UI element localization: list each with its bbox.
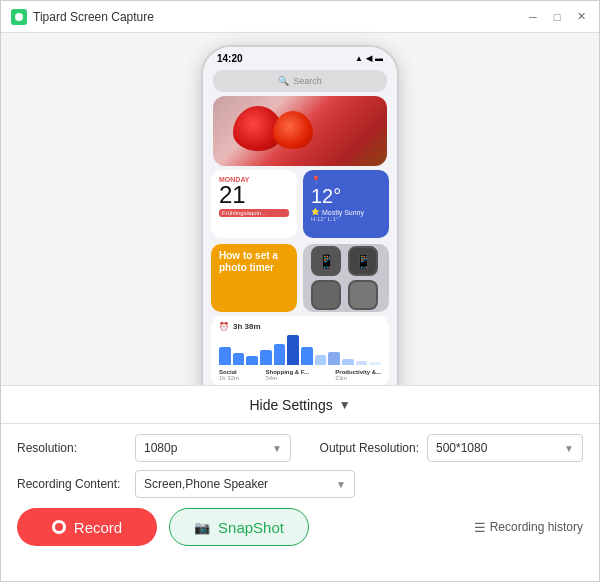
recording-history-label: Recording history [490,520,583,534]
app-icon [11,9,27,25]
search-icon: 🔍 [278,76,289,86]
phone-status-bar: 14:20 ▲ ◀ ▬ [203,47,397,66]
bar-6 [287,335,299,365]
minimize-button[interactable]: ─ [525,9,541,25]
recording-content-chevron-icon: ▼ [336,479,346,490]
screentime-label-2: Shopping & F... 54m [266,369,309,381]
screentime-widget: ⏰ 3h 38m [211,316,389,386]
status-time: 14:20 [217,53,243,64]
bar-2 [233,353,245,365]
search-text: Search [293,76,322,86]
screentime-bars [219,335,381,367]
how-to-title: How to set a photo timer [219,250,289,274]
bar-9 [328,352,340,366]
weather-hi-lo: H:12° L:1° [311,216,381,222]
bar-1 [219,347,231,365]
hero-image [213,96,387,166]
snapshot-button[interactable]: 📷 SnapShot [169,508,309,546]
bar-4 [260,350,272,365]
bar-10 [342,359,354,365]
wifi-icon: ◀ [366,54,372,63]
battery-icon: ▬ [375,54,383,63]
recording-content-label: Recording Content: [17,477,127,491]
bar-5 [274,344,286,365]
app-icon-1: 📱 [311,246,341,276]
settings-row-2: Recording Content: Screen,Phone Speaker … [17,470,583,498]
bar-11 [356,361,368,366]
status-icons: ▲ ◀ ▬ [355,54,383,63]
icons-widget: 📱 📱 [303,244,389,312]
app-icon-2: 📱 [348,246,378,276]
settings-panel: Resolution: 1080p ▼ Output Resolution: 5… [1,423,599,582]
record-dot-icon [52,520,66,534]
output-resolution-label: Output Resolution: [299,441,419,455]
list-icon: ☰ [474,520,486,535]
maximize-button[interactable]: □ [549,9,565,25]
app-icon-3 [311,280,341,310]
app-title: Tipard Screen Capture [33,10,525,24]
bar-8 [315,355,327,366]
hide-settings-label: Hide Settings [249,397,332,413]
snapshot-label: SnapShot [218,519,284,536]
record-label: Record [74,519,122,536]
location-icon: 📍 [311,176,321,185]
hide-settings-bar[interactable]: Hide Settings ▼ [1,385,599,423]
clock-icon: ⏰ [219,322,229,331]
title-bar: Tipard Screen Capture ─ □ ✕ [1,1,599,33]
weather-widget: 📍 12° ⭐ Mostly Sunny H:12° L:1° [303,170,389,238]
camera-icon: 📷 [194,520,210,535]
screentime-label-3: Productivity &... 23m [335,369,381,381]
recording-content-value: Screen,Phone Speaker [144,477,268,491]
bar-12 [369,362,381,365]
calendar-day-num: 21 [219,183,289,207]
output-resolution-value: 500*1080 [436,441,487,455]
phone-search-bar: 🔍 Search [213,70,387,92]
buttons-row: Record 📷 SnapShot ☰ Recording history [17,508,583,546]
resolution-chevron-icon: ▼ [272,443,282,454]
window-controls: ─ □ ✕ [525,9,589,25]
settings-row-1: Resolution: 1080p ▼ Output Resolution: 5… [17,434,583,462]
screentime-total: 3h 38m [233,322,261,331]
signal-icon: ▲ [355,54,363,63]
screentime-label-1: Social 1h 32m [219,369,239,381]
weather-condition: ⭐ Mostly Sunny [311,208,381,216]
svg-point-0 [15,13,23,21]
record-button[interactable]: Record [17,508,157,546]
calendar-event: Frühlingsäquin... [219,209,289,217]
resolution-select[interactable]: 1080p ▼ [135,434,291,462]
screentime-header: ⏰ 3h 38m [219,322,381,331]
resolution-value: 1080p [144,441,177,455]
close-button[interactable]: ✕ [573,9,589,25]
calendar-widget: MONDAY 21 Frühlingsäquin... [211,170,297,238]
chevron-down-icon: ▼ [339,398,351,412]
how-to-widget: How to set a photo timer [211,244,297,312]
recording-history-button[interactable]: ☰ Recording history [474,520,583,535]
weather-temp: 12° [311,185,381,208]
star-icon: ⭐ [311,208,320,216]
main-content: 14:20 ▲ ◀ ▬ 🔍 Search MONDAY 21 [1,33,599,582]
output-resolution-chevron-icon: ▼ [564,443,574,454]
app-icon-4 [348,280,378,310]
bar-3 [246,356,258,365]
resolution-label: Resolution: [17,441,127,455]
output-resolution-select[interactable]: 500*1080 ▼ [427,434,583,462]
recording-content-select[interactable]: Screen,Phone Speaker ▼ [135,470,355,498]
screentime-labels: Social 1h 32m Shopping & F... 54m Produc… [219,369,381,381]
widgets-grid: MONDAY 21 Frühlingsäquin... 📍 12° ⭐ Most… [211,170,389,312]
bar-7 [301,347,313,365]
